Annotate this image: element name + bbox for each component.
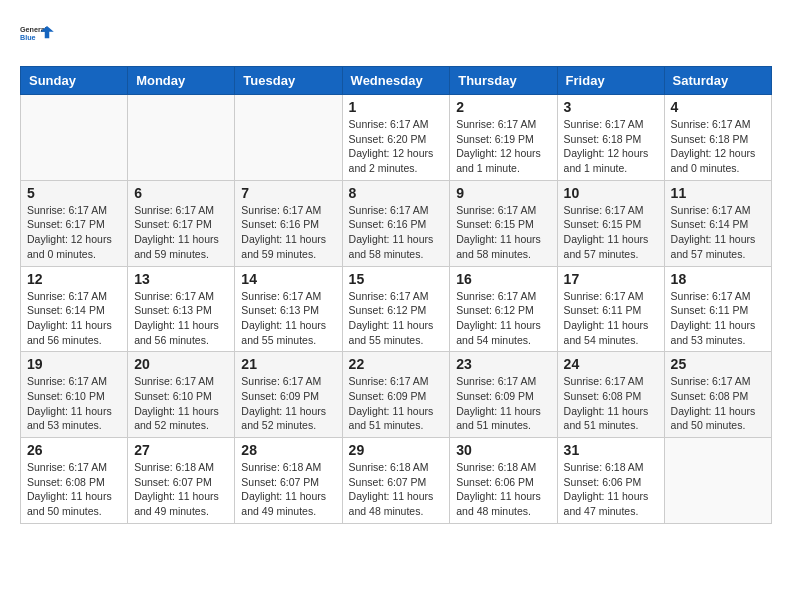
cell-day-number: 12 xyxy=(27,271,121,287)
weekday-header-tuesday: Tuesday xyxy=(235,67,342,95)
cell-day-number: 2 xyxy=(456,99,550,115)
cell-info-text: Sunrise: 6:17 AM Sunset: 6:10 PM Dayligh… xyxy=(27,374,121,433)
cell-info-text: Sunrise: 6:17 AM Sunset: 6:18 PM Dayligh… xyxy=(564,117,658,176)
cell-info-text: Sunrise: 6:18 AM Sunset: 6:07 PM Dayligh… xyxy=(134,460,228,519)
cell-info-text: Sunrise: 6:17 AM Sunset: 6:17 PM Dayligh… xyxy=(134,203,228,262)
weekday-header-monday: Monday xyxy=(128,67,235,95)
cell-day-number: 9 xyxy=(456,185,550,201)
logo: GeneralBlue xyxy=(20,20,56,50)
cell-day-number: 1 xyxy=(349,99,444,115)
svg-text:General: General xyxy=(20,25,47,34)
cell-info-text: Sunrise: 6:17 AM Sunset: 6:16 PM Dayligh… xyxy=(241,203,335,262)
cell-info-text: Sunrise: 6:17 AM Sunset: 6:08 PM Dayligh… xyxy=(564,374,658,433)
calendar-week-row: 26Sunrise: 6:17 AM Sunset: 6:08 PM Dayli… xyxy=(21,438,772,524)
calendar-cell: 18Sunrise: 6:17 AM Sunset: 6:11 PM Dayli… xyxy=(664,266,771,352)
cell-day-number: 10 xyxy=(564,185,658,201)
calendar-cell: 30Sunrise: 6:18 AM Sunset: 6:06 PM Dayli… xyxy=(450,438,557,524)
cell-day-number: 29 xyxy=(349,442,444,458)
calendar-cell xyxy=(664,438,771,524)
weekday-header-row: SundayMondayTuesdayWednesdayThursdayFrid… xyxy=(21,67,772,95)
cell-info-text: Sunrise: 6:18 AM Sunset: 6:07 PM Dayligh… xyxy=(241,460,335,519)
cell-day-number: 16 xyxy=(456,271,550,287)
cell-info-text: Sunrise: 6:17 AM Sunset: 6:11 PM Dayligh… xyxy=(671,289,765,348)
weekday-header-thursday: Thursday xyxy=(450,67,557,95)
calendar-cell xyxy=(128,95,235,181)
cell-info-text: Sunrise: 6:17 AM Sunset: 6:09 PM Dayligh… xyxy=(241,374,335,433)
calendar-cell: 16Sunrise: 6:17 AM Sunset: 6:12 PM Dayli… xyxy=(450,266,557,352)
weekday-header-saturday: Saturday xyxy=(664,67,771,95)
calendar-cell: 13Sunrise: 6:17 AM Sunset: 6:13 PM Dayli… xyxy=(128,266,235,352)
cell-info-text: Sunrise: 6:17 AM Sunset: 6:09 PM Dayligh… xyxy=(456,374,550,433)
page-header: GeneralBlue xyxy=(20,20,772,50)
calendar-cell: 12Sunrise: 6:17 AM Sunset: 6:14 PM Dayli… xyxy=(21,266,128,352)
weekday-header-wednesday: Wednesday xyxy=(342,67,450,95)
cell-info-text: Sunrise: 6:17 AM Sunset: 6:16 PM Dayligh… xyxy=(349,203,444,262)
cell-day-number: 18 xyxy=(671,271,765,287)
calendar-cell: 7Sunrise: 6:17 AM Sunset: 6:16 PM Daylig… xyxy=(235,180,342,266)
cell-info-text: Sunrise: 6:18 AM Sunset: 6:06 PM Dayligh… xyxy=(564,460,658,519)
cell-day-number: 31 xyxy=(564,442,658,458)
cell-info-text: Sunrise: 6:18 AM Sunset: 6:07 PM Dayligh… xyxy=(349,460,444,519)
calendar-cell: 24Sunrise: 6:17 AM Sunset: 6:08 PM Dayli… xyxy=(557,352,664,438)
cell-info-text: Sunrise: 6:17 AM Sunset: 6:08 PM Dayligh… xyxy=(671,374,765,433)
cell-day-number: 21 xyxy=(241,356,335,372)
cell-day-number: 28 xyxy=(241,442,335,458)
calendar-cell: 20Sunrise: 6:17 AM Sunset: 6:10 PM Dayli… xyxy=(128,352,235,438)
cell-info-text: Sunrise: 6:17 AM Sunset: 6:15 PM Dayligh… xyxy=(564,203,658,262)
cell-info-text: Sunrise: 6:17 AM Sunset: 6:18 PM Dayligh… xyxy=(671,117,765,176)
calendar-cell: 31Sunrise: 6:18 AM Sunset: 6:06 PM Dayli… xyxy=(557,438,664,524)
cell-day-number: 6 xyxy=(134,185,228,201)
calendar-cell: 28Sunrise: 6:18 AM Sunset: 6:07 PM Dayli… xyxy=(235,438,342,524)
cell-day-number: 4 xyxy=(671,99,765,115)
calendar-week-row: 19Sunrise: 6:17 AM Sunset: 6:10 PM Dayli… xyxy=(21,352,772,438)
calendar-cell: 3Sunrise: 6:17 AM Sunset: 6:18 PM Daylig… xyxy=(557,95,664,181)
cell-day-number: 8 xyxy=(349,185,444,201)
calendar-cell: 26Sunrise: 6:17 AM Sunset: 6:08 PM Dayli… xyxy=(21,438,128,524)
calendar-cell: 29Sunrise: 6:18 AM Sunset: 6:07 PM Dayli… xyxy=(342,438,450,524)
cell-day-number: 22 xyxy=(349,356,444,372)
cell-info-text: Sunrise: 6:17 AM Sunset: 6:14 PM Dayligh… xyxy=(27,289,121,348)
cell-info-text: Sunrise: 6:17 AM Sunset: 6:12 PM Dayligh… xyxy=(456,289,550,348)
cell-info-text: Sunrise: 6:17 AM Sunset: 6:17 PM Dayligh… xyxy=(27,203,121,262)
cell-day-number: 30 xyxy=(456,442,550,458)
calendar-cell: 8Sunrise: 6:17 AM Sunset: 6:16 PM Daylig… xyxy=(342,180,450,266)
calendar-table: SundayMondayTuesdayWednesdayThursdayFrid… xyxy=(20,66,772,524)
cell-info-text: Sunrise: 6:17 AM Sunset: 6:19 PM Dayligh… xyxy=(456,117,550,176)
calendar-cell: 17Sunrise: 6:17 AM Sunset: 6:11 PM Dayli… xyxy=(557,266,664,352)
cell-day-number: 14 xyxy=(241,271,335,287)
cell-day-number: 24 xyxy=(564,356,658,372)
calendar-cell: 15Sunrise: 6:17 AM Sunset: 6:12 PM Dayli… xyxy=(342,266,450,352)
cell-info-text: Sunrise: 6:17 AM Sunset: 6:20 PM Dayligh… xyxy=(349,117,444,176)
cell-info-text: Sunrise: 6:17 AM Sunset: 6:12 PM Dayligh… xyxy=(349,289,444,348)
calendar-cell: 21Sunrise: 6:17 AM Sunset: 6:09 PM Dayli… xyxy=(235,352,342,438)
cell-info-text: Sunrise: 6:17 AM Sunset: 6:10 PM Dayligh… xyxy=(134,374,228,433)
calendar-week-row: 12Sunrise: 6:17 AM Sunset: 6:14 PM Dayli… xyxy=(21,266,772,352)
cell-info-text: Sunrise: 6:17 AM Sunset: 6:14 PM Dayligh… xyxy=(671,203,765,262)
calendar-cell: 2Sunrise: 6:17 AM Sunset: 6:19 PM Daylig… xyxy=(450,95,557,181)
cell-info-text: Sunrise: 6:17 AM Sunset: 6:11 PM Dayligh… xyxy=(564,289,658,348)
calendar-cell: 9Sunrise: 6:17 AM Sunset: 6:15 PM Daylig… xyxy=(450,180,557,266)
cell-day-number: 20 xyxy=(134,356,228,372)
svg-text:Blue: Blue xyxy=(20,33,36,42)
calendar-cell: 14Sunrise: 6:17 AM Sunset: 6:13 PM Dayli… xyxy=(235,266,342,352)
cell-info-text: Sunrise: 6:17 AM Sunset: 6:13 PM Dayligh… xyxy=(241,289,335,348)
cell-day-number: 17 xyxy=(564,271,658,287)
calendar-cell xyxy=(21,95,128,181)
cell-info-text: Sunrise: 6:17 AM Sunset: 6:15 PM Dayligh… xyxy=(456,203,550,262)
calendar-week-row: 5Sunrise: 6:17 AM Sunset: 6:17 PM Daylig… xyxy=(21,180,772,266)
cell-day-number: 23 xyxy=(456,356,550,372)
calendar-cell: 22Sunrise: 6:17 AM Sunset: 6:09 PM Dayli… xyxy=(342,352,450,438)
calendar-cell: 6Sunrise: 6:17 AM Sunset: 6:17 PM Daylig… xyxy=(128,180,235,266)
calendar-cell: 19Sunrise: 6:17 AM Sunset: 6:10 PM Dayli… xyxy=(21,352,128,438)
calendar-week-row: 1Sunrise: 6:17 AM Sunset: 6:20 PM Daylig… xyxy=(21,95,772,181)
cell-day-number: 27 xyxy=(134,442,228,458)
calendar-cell: 10Sunrise: 6:17 AM Sunset: 6:15 PM Dayli… xyxy=(557,180,664,266)
calendar-cell xyxy=(235,95,342,181)
calendar-cell: 4Sunrise: 6:17 AM Sunset: 6:18 PM Daylig… xyxy=(664,95,771,181)
weekday-header-friday: Friday xyxy=(557,67,664,95)
cell-day-number: 5 xyxy=(27,185,121,201)
logo-icon: GeneralBlue xyxy=(20,20,56,50)
calendar-cell: 25Sunrise: 6:17 AM Sunset: 6:08 PM Dayli… xyxy=(664,352,771,438)
calendar-cell: 23Sunrise: 6:17 AM Sunset: 6:09 PM Dayli… xyxy=(450,352,557,438)
cell-day-number: 19 xyxy=(27,356,121,372)
